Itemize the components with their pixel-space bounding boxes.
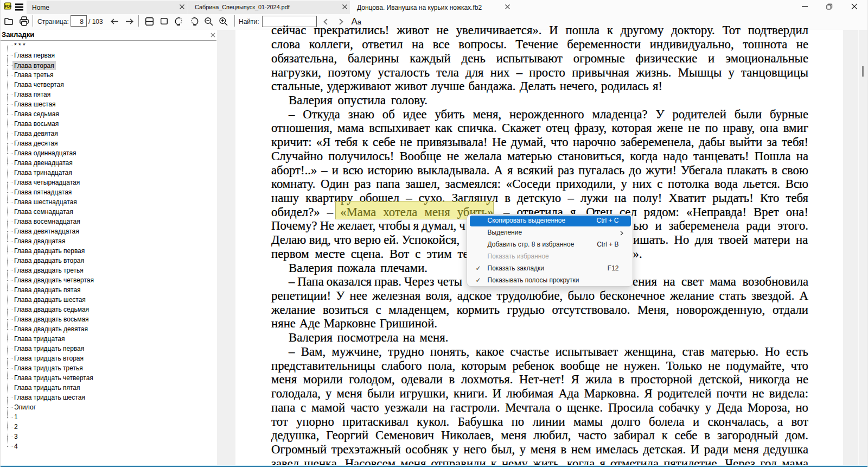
svg-text:PDF: PDF bbox=[5, 4, 11, 8]
